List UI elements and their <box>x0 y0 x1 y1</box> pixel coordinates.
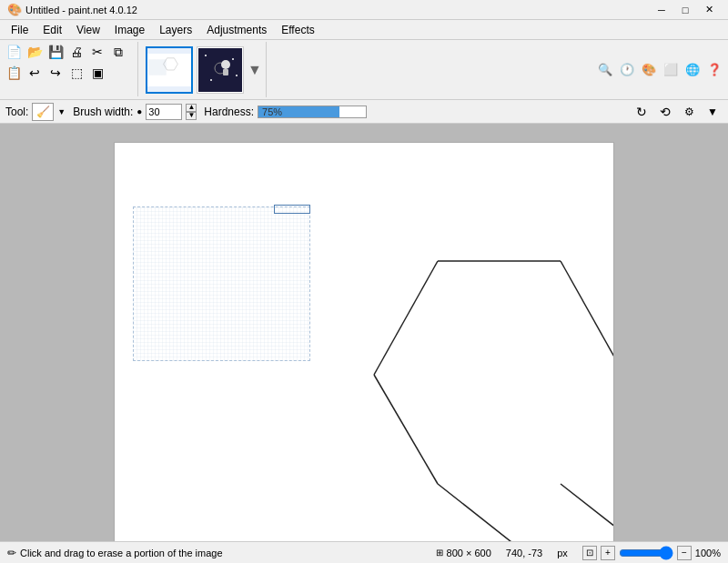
svg-point-9 <box>210 79 212 81</box>
brush-width-input[interactable] <box>146 104 182 120</box>
minimize-button[interactable]: ─ <box>650 1 673 19</box>
coordinates-section: 740, -73 <box>506 548 542 558</box>
menu-edit[interactable]: Edit <box>35 21 69 39</box>
zoom-icon-button[interactable]: 🔍 <box>595 60 615 80</box>
fit-to-window-button[interactable]: ⊡ <box>582 546 597 560</box>
zoom-section: ⊡ + − 100% <box>582 546 721 560</box>
unit-section: px <box>557 548 568 558</box>
hardness-bar[interactable]: 75% <box>258 106 367 118</box>
tool-label: Tool: <box>5 106 28 118</box>
tool-options-right: ↻ ⟲ ⚙ ▼ <box>632 103 723 121</box>
svg-line-12 <box>561 261 613 375</box>
flip-icon-button[interactable]: ⟲ <box>655 103 675 121</box>
thumbnail-secondary[interactable] <box>197 46 244 94</box>
status-right: ⊞ 800 × 600 740, -73 px ⊡ + − 100% <box>436 546 721 560</box>
svg-line-16 <box>374 375 438 484</box>
copy-button[interactable]: ⧉ <box>108 42 128 62</box>
svg-line-14 <box>438 484 524 541</box>
svg-point-7 <box>205 55 207 56</box>
brush-width-label: Brush width: <box>73 106 133 118</box>
zoom-in-button[interactable]: + <box>601 546 615 560</box>
rotate-icon-button[interactable]: ↻ <box>632 103 652 121</box>
main-canvas-area <box>0 124 728 541</box>
svg-point-10 <box>236 75 238 76</box>
dimensions-icon: ⊞ <box>436 548 443 558</box>
tool-dropdown-arrow[interactable]: ▼ <box>57 107 66 116</box>
menu-view[interactable]: View <box>69 21 107 39</box>
save-button[interactable]: 💾 <box>46 42 66 62</box>
deselect-button[interactable]: ⬚ <box>66 63 86 83</box>
toolbar: 📄 📂 💾 🖨 ✂ ⧉ 📋 ↩ ↪ ⬚ ▣ <box>0 40 728 100</box>
svg-point-5 <box>221 60 230 69</box>
cursor-coordinates: 740, -73 <box>506 548 542 558</box>
history-icon-button[interactable]: 🕐 <box>617 60 637 80</box>
undo-button[interactable]: ↩ <box>25 63 45 83</box>
menu-image[interactable]: Image <box>107 21 152 39</box>
canvas[interactable] <box>114 142 614 541</box>
status-message: Click and drag to erase a portion of the… <box>20 548 223 558</box>
zoom-level: 100% <box>695 548 721 558</box>
status-left: ✏ Click and drag to erase a portion of t… <box>7 547 223 559</box>
right-toolbar-icons: 🔍 🕐 🎨 ⬜ 🌐 ❓ <box>595 42 724 97</box>
status-bar: ✏ Click and drag to erase a portion of t… <box>0 541 728 563</box>
help-icon-button[interactable]: ❓ <box>704 60 724 80</box>
canvas-dimensions: 800 × 600 <box>447 548 491 558</box>
zoom-out-button[interactable]: − <box>677 546 692 560</box>
brush-width-spinner: ▲ ▼ <box>186 104 197 120</box>
title-bar-left: 🎨 Untitled - paint.net 4.0.12 <box>7 3 137 16</box>
tool-selector-group: Tool: 🧹 ▼ <box>5 103 66 121</box>
thumbnail-active[interactable] <box>146 46 193 94</box>
cut-button[interactable]: ✂ <box>87 42 107 62</box>
hardness-bar-text: 75% <box>258 106 366 117</box>
toolbar-tools-section: 📄 📂 💾 🖨 ✂ ⧉ 📋 ↩ ↪ ⬚ ▣ <box>4 42 138 96</box>
redo-button[interactable]: ↪ <box>46 63 66 83</box>
tool-selector-button[interactable]: 🧹 <box>32 103 54 121</box>
tool-options-bar: Tool: 🧹 ▼ Brush width: ● ▲ ▼ Hardness: 7… <box>0 100 728 124</box>
menu-file[interactable]: File <box>4 21 35 39</box>
thumbnail2-preview <box>198 48 242 92</box>
menu-effects[interactable]: Effects <box>274 21 321 39</box>
title-bar: 🎨 Untitled - paint.net 4.0.12 ─ □ ✕ <box>0 0 728 20</box>
web-icon-button[interactable]: 🌐 <box>682 60 703 80</box>
colors-icon-button[interactable]: 🎨 <box>639 60 659 80</box>
svg-line-13 <box>561 484 613 534</box>
brush-width-group: Brush width: ● ▲ ▼ <box>73 104 197 120</box>
unit-label: px <box>557 548 568 558</box>
close-button[interactable]: ✕ <box>697 1 721 19</box>
zoom-slider[interactable] <box>619 548 673 558</box>
dimensions-section: ⊞ 800 × 600 <box>436 548 491 558</box>
brush-icon: ● <box>136 106 142 116</box>
dropdown-icon-button[interactable]: ▼ <box>703 103 723 121</box>
canvas-drawing <box>115 143 613 541</box>
extra-button[interactable]: ▣ <box>87 63 107 83</box>
layers-icon-button[interactable]: ⬜ <box>661 60 681 80</box>
brush-width-down[interactable]: ▼ <box>186 112 197 120</box>
hardness-label: Hardness: <box>204 106 254 118</box>
svg-rect-1 <box>148 59 166 75</box>
paste-button[interactable]: 📋 <box>4 63 24 83</box>
menu-adjustments[interactable]: Adjustments <box>199 21 274 39</box>
svg-rect-6 <box>223 69 228 75</box>
thumbnail-arrow[interactable]: ▼ <box>248 62 262 78</box>
app-icon: 🎨 <box>7 3 22 16</box>
print-button[interactable]: 🖨 <box>66 42 86 62</box>
svg-point-8 <box>232 58 234 60</box>
thumbnail-preview <box>147 48 191 92</box>
title-bar-controls: ─ □ ✕ <box>650 1 721 19</box>
new-button[interactable]: 📄 <box>4 42 24 62</box>
svg-line-15 <box>374 261 438 375</box>
window-title: Untitled - paint.net 4.0.12 <box>25 5 137 15</box>
settings-icon-button[interactable]: ⚙ <box>679 103 699 121</box>
menu-bar: File Edit View Image Layers Adjustments … <box>0 20 728 40</box>
thumbnail-section: ▼ <box>142 42 267 97</box>
menu-layers[interactable]: Layers <box>152 21 199 39</box>
open-button[interactable]: 📂 <box>25 42 45 62</box>
maximize-button[interactable]: □ <box>673 1 697 19</box>
svg-rect-3 <box>198 48 242 92</box>
hardness-group: Hardness: 75% <box>204 106 367 118</box>
eraser-status-icon: ✏ <box>7 547 16 559</box>
